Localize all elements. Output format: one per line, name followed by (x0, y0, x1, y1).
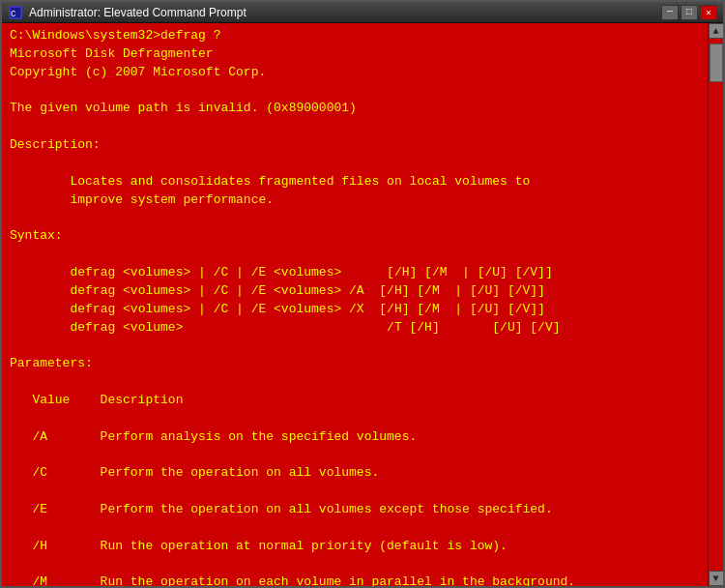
window-controls: ─ □ ✕ (661, 5, 717, 20)
scroll-up-button[interactable]: ▲ (709, 23, 724, 39)
close-button[interactable]: ✕ (700, 5, 717, 20)
window: C Administrator: Elevated Command Prompt… (0, 0, 725, 588)
scrollbar-thumb[interactable] (710, 44, 723, 82)
console-area: C:\Windows\system32>defrag ? Microsoft D… (2, 23, 723, 586)
scrollbar-track[interactable] (709, 39, 723, 571)
console-output[interactable]: C:\Windows\system32>defrag ? Microsoft D… (2, 23, 708, 586)
window-title: Administrator: Elevated Command Prompt (29, 6, 661, 19)
svg-text:C: C (11, 10, 16, 19)
maximize-button[interactable]: □ (681, 5, 698, 20)
console-text: C:\Windows\system32>defrag ? Microsoft D… (10, 27, 700, 586)
scrollbar: ▲ ▼ (708, 23, 723, 586)
scroll-down-button[interactable]: ▼ (709, 571, 724, 586)
app-icon: C (8, 5, 23, 20)
minimize-button[interactable]: ─ (661, 5, 679, 20)
title-bar: C Administrator: Elevated Command Prompt… (2, 2, 723, 23)
